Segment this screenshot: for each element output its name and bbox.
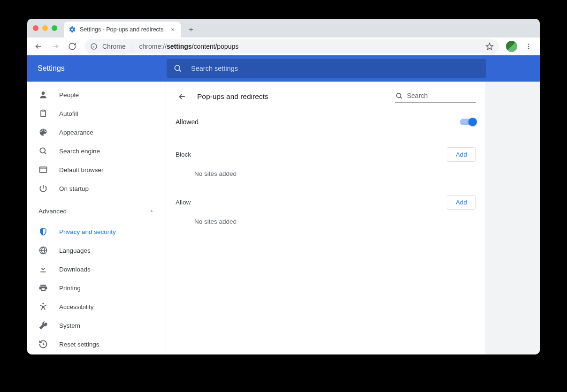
- allow-add-button[interactable]: Add: [447, 195, 476, 210]
- right-gutter: [485, 82, 540, 354]
- sidebar-item-system[interactable]: System: [27, 316, 166, 335]
- sidebar-item-people[interactable]: People: [27, 85, 166, 104]
- profile-avatar[interactable]: [504, 39, 519, 54]
- sidebar-item-label: Appearance: [59, 129, 93, 136]
- sidebar-item-label: System: [59, 322, 80, 329]
- browser-window: Settings - Pop-ups and redirects Chrome …: [27, 19, 540, 354]
- browser-toolbar: Chrome │ chrome://settings/content/popup…: [27, 38, 540, 55]
- allow-section-header: Allow Add: [176, 195, 476, 210]
- globe-icon: [38, 246, 48, 255]
- svg-point-1: [528, 44, 529, 45]
- page-back-button[interactable]: [176, 90, 189, 103]
- search-icon: [173, 64, 183, 73]
- block-heading: Block: [176, 151, 191, 158]
- gear-icon: [69, 26, 76, 33]
- nav-forward-button[interactable]: [48, 39, 63, 54]
- sidebar-item-autofill[interactable]: Autofill: [27, 104, 166, 123]
- sidebar-item-label: Privacy and security: [59, 228, 116, 235]
- svg-point-5: [42, 91, 45, 95]
- sidebar-item-languages[interactable]: Languages: [27, 241, 166, 260]
- sidebar-item-label: Search engine: [59, 148, 100, 155]
- sidebar-item-label: People: [59, 91, 79, 98]
- sidebar-item-privacy-security[interactable]: Privacy and security: [27, 222, 166, 241]
- sidebar-item-label: Accessibility: [59, 303, 94, 310]
- allow-heading: Allow: [176, 199, 191, 206]
- restore-icon: [38, 339, 48, 349]
- new-tab-button[interactable]: [184, 23, 198, 36]
- allowed-toggle-row: Allowed: [176, 105, 476, 134]
- tab-title: Settings - Pop-ups and redirects: [80, 26, 164, 33]
- sidebar-item-downloads[interactable]: Downloads: [27, 260, 166, 279]
- svg-point-3: [528, 48, 529, 49]
- reload-button[interactable]: [65, 39, 80, 54]
- browser-menu-button[interactable]: [521, 39, 536, 54]
- sidebar-item-appearance[interactable]: Appearance: [27, 123, 166, 142]
- shield-icon: [38, 227, 48, 236]
- person-icon: [38, 90, 48, 99]
- browser-icon: [38, 165, 48, 174]
- chrome-chip: Chrome: [102, 43, 126, 50]
- sidebar-item-on-startup[interactable]: On startup: [27, 179, 166, 198]
- window-maximize-button[interactable]: [52, 25, 57, 31]
- page-search-input[interactable]: [407, 92, 489, 99]
- main-panel: Pop-ups and redirects Allowed Block Add …: [166, 82, 485, 354]
- chevron-up-icon: [149, 208, 154, 214]
- allow-empty-message: No sites added: [176, 210, 476, 230]
- browser-tab[interactable]: Settings - Pop-ups and redirects: [64, 22, 181, 38]
- sidebar-item-printing[interactable]: Printing: [27, 279, 166, 297]
- clipboard-icon: [38, 109, 48, 118]
- address-bar[interactable]: Chrome │ chrome://settings/content/popup…: [84, 39, 499, 53]
- block-section-header: Block Add: [176, 147, 476, 162]
- app-title: Settings: [38, 64, 167, 73]
- sidebar-item-label: Autofill: [59, 110, 78, 117]
- accessibility-icon: [38, 302, 48, 311]
- sidebar-item-label: On startup: [59, 185, 89, 192]
- page-header: Pop-ups and redirects: [176, 90, 476, 103]
- tab-strip: Settings - Pop-ups and redirects: [27, 19, 540, 38]
- palette-icon: [38, 128, 48, 137]
- power-icon: [38, 184, 48, 193]
- settings-search[interactable]: [167, 59, 486, 78]
- svg-point-4: [175, 65, 180, 70]
- svg-point-2: [528, 45, 529, 47]
- printer-icon: [38, 283, 48, 293]
- sidebar-item-label: Reset settings: [59, 341, 100, 348]
- sidebar-advanced-toggle[interactable]: Advanced: [27, 202, 166, 220]
- wrench-icon: [38, 321, 48, 330]
- window-controls: [33, 25, 57, 31]
- window-close-button[interactable]: [33, 25, 38, 31]
- block-empty-message: No sites added: [176, 162, 476, 182]
- bookmark-star-icon[interactable]: [485, 42, 494, 51]
- block-add-button[interactable]: Add: [447, 147, 476, 162]
- download-icon: [38, 264, 48, 274]
- window-minimize-button[interactable]: [42, 25, 48, 31]
- sidebar-item-default-browser[interactable]: Default browser: [27, 160, 166, 179]
- close-tab-button[interactable]: [169, 26, 176, 33]
- sidebar-item-label: Printing: [59, 285, 81, 292]
- allowed-label: Allowed: [176, 118, 199, 126]
- page-search[interactable]: [395, 91, 476, 103]
- sidebar-item-label: Default browser: [59, 166, 104, 173]
- nav-back-button[interactable]: [31, 39, 46, 54]
- sidebar-item-reset-settings[interactable]: Reset settings: [27, 335, 166, 354]
- svg-point-9: [397, 93, 401, 97]
- advanced-label: Advanced: [38, 208, 67, 215]
- sidebar-item-label: Languages: [59, 247, 91, 254]
- settings-search-input[interactable]: [191, 65, 479, 72]
- search-icon: [395, 92, 403, 100]
- svg-point-6: [40, 148, 45, 153]
- content-area: People Autofill Appearance Search engine…: [27, 82, 540, 354]
- sidebar-item-accessibility[interactable]: Accessibility: [27, 297, 166, 316]
- site-info-icon[interactable]: [90, 43, 98, 50]
- url-text: chrome://settings/content/popups: [139, 43, 239, 50]
- search-icon: [38, 146, 48, 156]
- svg-point-8: [42, 303, 44, 304]
- settings-header: Settings: [27, 55, 540, 82]
- sidebar-item-label: Downloads: [59, 266, 91, 273]
- sidebar: People Autofill Appearance Search engine…: [27, 82, 166, 354]
- sidebar-item-search-engine[interactable]: Search engine: [27, 142, 166, 160]
- allowed-toggle[interactable]: [460, 119, 476, 125]
- page-title: Pop-ups and redirects: [197, 92, 387, 101]
- toggle-knob: [468, 118, 477, 126]
